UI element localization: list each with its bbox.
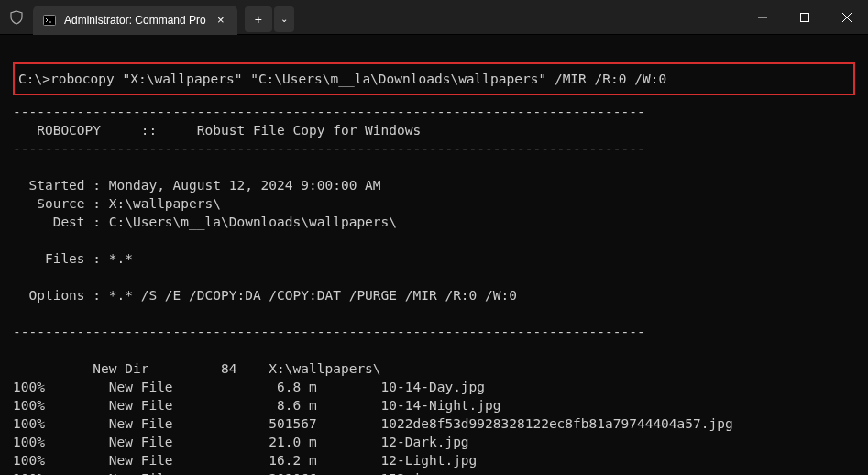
- divider-line: ----------------------------------------…: [13, 141, 645, 156]
- file-row: 100% New File 16.2 m 12-Light.jpg: [13, 453, 477, 468]
- file-row: 100% New File 501567 1022de8f53d99283281…: [13, 416, 733, 431]
- robocopy-header: ROBOCOPY :: Robust File Copy for Windows: [13, 123, 421, 138]
- minimize-button[interactable]: [742, 0, 784, 34]
- titlebar: Administrator: Command Pro × + ⌄: [0, 0, 868, 35]
- new-tab-button[interactable]: +: [245, 6, 272, 32]
- divider-line: ----------------------------------------…: [13, 325, 645, 339]
- file-row: 100% New File 8.6 m 10-14-Night.jpg: [13, 398, 501, 413]
- titlebar-left: Administrator: Command Pro × + ⌄: [0, 0, 294, 34]
- tab-active[interactable]: Administrator: Command Pro ×: [33, 6, 237, 35]
- info-files: Files : *.*: [13, 251, 133, 266]
- cmd-icon: [42, 13, 57, 28]
- new-tab-controls: + ⌄: [245, 6, 294, 32]
- close-window-button[interactable]: [826, 0, 868, 34]
- svg-rect-3: [801, 13, 809, 21]
- tab-dropdown-button[interactable]: ⌄: [274, 6, 294, 32]
- file-row: 100% New File 21.0 m 12-Dark.jpg: [13, 435, 469, 449]
- svg-rect-0: [44, 15, 56, 25]
- info-source: Source : X:\wallpapers\: [13, 196, 221, 211]
- file-row: 100% New File 201066 152.jpg: [13, 471, 437, 475]
- window-controls: [742, 0, 868, 34]
- tab-title: Administrator: Command Pro: [64, 14, 206, 27]
- info-dest: Dest : C:\Users\m__la\Downloads\wallpape…: [13, 215, 397, 229]
- file-row: 100% New File 6.8 m 10-14-Day.jpg: [13, 380, 485, 394]
- terminal-output[interactable]: C:\>robocopy "X:\wallpapers" "C:\Users\m…: [0, 35, 868, 475]
- divider-line: ----------------------------------------…: [13, 105, 645, 119]
- command-text: robocopy "X:\wallpapers" "C:\Users\m__la…: [50, 72, 666, 86]
- tab-close-button[interactable]: ×: [214, 13, 228, 27]
- info-options: Options : *.* /S /E /DCOPY:DA /COPY:DAT …: [13, 288, 517, 303]
- info-started: Started : Monday, August 12, 2024 9:00:0…: [13, 178, 381, 193]
- dir-line: New Dir 84 X:\wallpapers\: [13, 361, 381, 376]
- shield-admin-icon: [0, 0, 33, 34]
- command-line-highlight: C:\>robocopy "X:\wallpapers" "C:\Users\m…: [13, 62, 855, 95]
- prompt-text: C:\>: [18, 72, 50, 86]
- maximize-button[interactable]: [784, 0, 826, 34]
